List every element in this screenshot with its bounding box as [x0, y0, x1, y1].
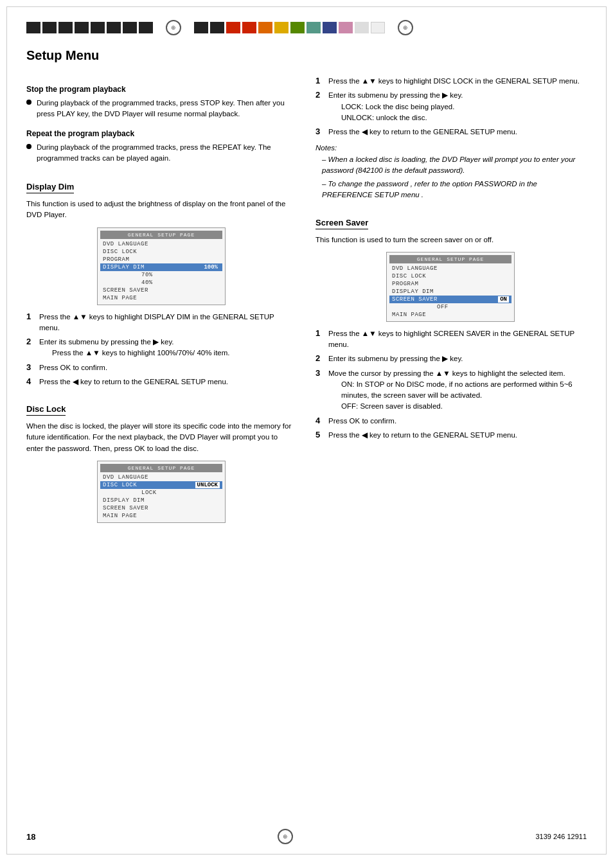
footer: 18 ⊕ 3139 246 12911: [26, 829, 587, 844]
display-dim-step-1: 1 Press the ▲▼ keys to highlight DISPLAY…: [26, 312, 296, 334]
ss-step-4: 4 Press OK to confirm.: [315, 416, 585, 427]
rbar-6: [274, 22, 289, 33]
repeat-playback-bullet: During playback of the programmed tracks…: [26, 142, 296, 164]
bar-2: [42, 22, 57, 33]
rbar-5: [258, 22, 272, 33]
rbar-1: [194, 22, 208, 33]
disc-lock-menu-row-main-page: MAIN PAGE: [100, 512, 222, 520]
bar-7: [123, 22, 137, 33]
bar-3: [58, 22, 73, 33]
disc-lock-step-1: 1 Press the ▲▼ keys to highlight DISC LO…: [315, 76, 585, 87]
ss-step-2: 2 Enter its submenu by pressing the ▶ ke…: [315, 353, 585, 364]
menu-row-dvd-lang: DVD LANGUAGE: [100, 240, 222, 248]
screen-saver-menu: GENERAL SETUP PAGE DVD LANGUAGE DISC LOC…: [386, 252, 515, 322]
ss-menu-row-dvd-lang: DVD LANGUAGE: [389, 265, 511, 272]
screen-saver-steps: 1 Press the ▲▼ keys to highlight SCREEN …: [315, 328, 585, 441]
rbar-10: [339, 22, 353, 33]
page-number: 18: [26, 832, 35, 842]
menu-row-program: PROGRAM: [100, 256, 222, 263]
main-content: Stop the program playback During playbac…: [26, 76, 587, 529]
stop-playback-heading: Stop the program playback: [26, 85, 296, 94]
menu-row-main-page: MAIN PAGE: [100, 294, 222, 302]
bar-5: [91, 22, 105, 33]
disc-lock-notes: Notes: – When a locked disc is loading, …: [315, 143, 585, 200]
ss-menu-row-display-dim: DISPLAY DIM: [389, 288, 511, 296]
bar-8: [139, 22, 153, 33]
rbar-8: [306, 22, 321, 33]
disc-lock-menu-row-disc-lock: DISC LOCKUNLOCK: [100, 481, 222, 489]
rbar-9: [323, 22, 337, 33]
screen-saver-body: This function is used to turn the screen…: [315, 235, 585, 245]
screen-saver-menu-title: GENERAL SETUP PAGE: [389, 255, 511, 263]
header-bars: ⊕ ⊕: [26, 20, 587, 35]
product-code: 3139 246 12911: [535, 833, 587, 840]
disc-lock-menu-row-program: LOCK: [139, 489, 222, 497]
rbar-2: [210, 22, 224, 33]
menu-row-display-dim: DISPLAY DIM100%: [100, 263, 222, 271]
rbar-7: [290, 22, 305, 33]
left-bar-group: [26, 22, 153, 33]
repeat-playback-text: During playback of the programmed tracks…: [37, 142, 296, 164]
ss-step-5: 5 Press the ◀ key to return to the GENER…: [315, 430, 585, 441]
footer-compass-icon: ⊕: [278, 829, 293, 844]
bar-4: [75, 22, 89, 33]
stop-playback-text: During playback of the programmed tracks…: [37, 98, 296, 120]
menu-row-display-dim-sub2: 40%: [139, 279, 222, 287]
display-dim-step-3: 3 Press OK to confirm.: [26, 362, 296, 373]
disc-lock-body: When the disc is locked, the player will…: [26, 421, 296, 454]
left-column: Stop the program playback During playbac…: [26, 76, 296, 529]
right-bar-group: [194, 22, 385, 33]
disc-lock-menu-row-dvd-lang: DVD LANGUAGE: [100, 474, 222, 481]
repeat-playback-heading: Repeat the program playback: [26, 129, 296, 138]
disc-lock-menu-title: GENERAL SETUP PAGE: [100, 464, 222, 472]
stop-playback-bullet: During playback of the programmed tracks…: [26, 98, 296, 120]
menu-row-screen-saver: SCREEN SAVER: [100, 287, 222, 294]
right-column: 1 Press the ▲▼ keys to highlight DISC LO…: [315, 76, 585, 529]
page-title: Setup Menu: [26, 48, 587, 63]
notes-item-2: – To change the password , refer to the …: [322, 179, 585, 201]
display-dim-menu: GENERAL SETUP PAGE DVD LANGUAGE DISC LOC…: [97, 227, 226, 305]
compass-icon-right: ⊕: [398, 20, 413, 35]
disc-lock-menu-row-display-dim: DISPLAY DIM: [100, 497, 222, 504]
rbar-4: [242, 22, 256, 33]
rbar-12: [371, 22, 385, 33]
page-frame: ⊕ ⊕ Setup Menu Stop the program playback: [6, 6, 607, 855]
display-dim-body: This function is used to adjust the brig…: [26, 199, 296, 221]
display-dim-heading: Display Dim: [26, 182, 74, 193]
ss-menu-row-disc-lock: DISC LOCK: [389, 272, 511, 280]
compass-icon-left: ⊕: [166, 20, 181, 35]
display-dim-step-2: 2 Enter its submenu by pressing the ▶ ke…: [26, 337, 296, 359]
ss-menu-row-program: PROGRAM: [389, 280, 511, 288]
rbar-3: [226, 22, 240, 33]
bar-6: [107, 22, 121, 33]
screen-saver-heading: Screen Saver: [315, 218, 368, 229]
rbar-11: [355, 22, 369, 33]
ss-step-1: 1 Press the ▲▼ keys to highlight SCREEN …: [315, 328, 585, 351]
ss-menu-row-main-page: MAIN PAGE: [389, 311, 511, 319]
ss-step-3: 3 Move the cursor by pressing the ▲▼ key…: [315, 368, 585, 412]
display-dim-steps: 1 Press the ▲▼ keys to highlight DISPLAY…: [26, 312, 296, 388]
ss-menu-row-off: OFF: [434, 303, 511, 311]
disc-lock-menu-row-screen-saver: SCREEN SAVER: [100, 504, 222, 512]
notes-item-1: – When a locked disc is loading, the DVD…: [322, 154, 585, 177]
notes-label: Notes:: [315, 143, 585, 154]
display-dim-menu-title: GENERAL SETUP PAGE: [100, 231, 222, 239]
menu-row-disc-lock: DISC LOCK: [100, 248, 222, 256]
bullet-dot-stop: [26, 100, 31, 105]
disc-lock-menu: GENERAL SETUP PAGE DVD LANGUAGE DISC LOC…: [97, 461, 226, 523]
disc-lock-heading: Disc Lock: [26, 404, 66, 416]
bullet-dot-repeat: [26, 144, 31, 149]
disc-lock-step-2: 2 Enter its submenu by pressing the ▶ ke…: [315, 90, 585, 123]
bar-1: [26, 22, 40, 33]
disc-lock-step-3: 3 Press the ◀ key to return to the GENER…: [315, 127, 585, 137]
ss-menu-row-screen-saver: SCREEN SAVERON: [389, 296, 511, 303]
disc-lock-steps: 1 Press the ▲▼ keys to highlight DISC LO…: [315, 76, 585, 137]
display-dim-step-4: 4 Press the ◀ key to return to the GENER…: [26, 376, 296, 387]
menu-row-display-dim-sub1: 70%: [139, 271, 222, 279]
